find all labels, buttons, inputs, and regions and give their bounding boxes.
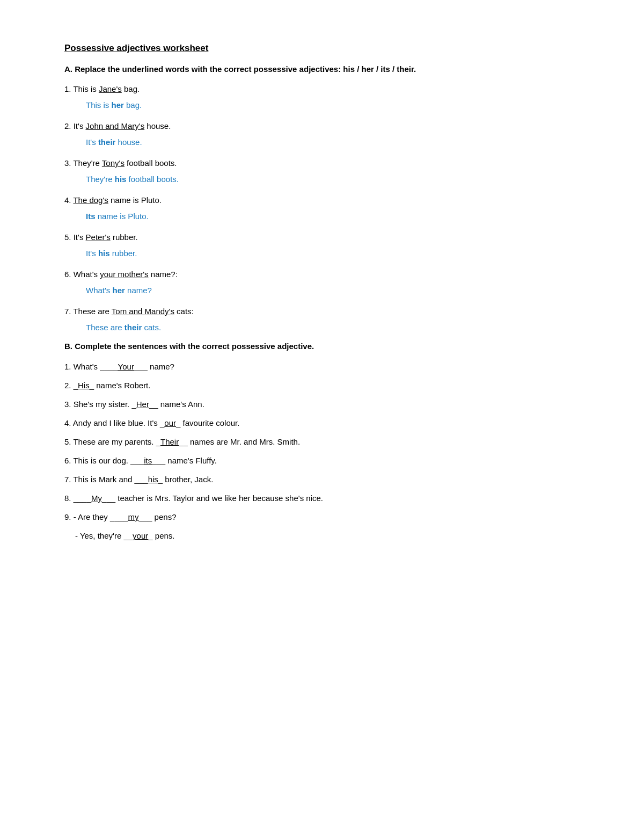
worksheet-title: Possessive adjectives worksheet	[64, 43, 580, 54]
b5-text: 5. These are my parents. _Their__ names …	[64, 437, 300, 446]
question-a7: 7. These are Tom and Mandy's cats: These…	[64, 304, 580, 334]
answer-a3: They're his football boots.	[86, 172, 580, 186]
b9b-text: - Yes, they're __your_ pens.	[75, 531, 175, 540]
question-a6-text: 6. What's your mother's name?:	[64, 267, 580, 281]
question-a2-text: 2. It's John and Mary's house.	[64, 119, 580, 133]
question-a3-text: 3. They're Tony's football boots.	[64, 156, 580, 170]
b7-text: 7. This is Mark and ___his_ brother, Jac…	[64, 475, 213, 484]
q3-number: 3. They're Tony's football boots.	[64, 158, 177, 168]
b-question-4: 4. Andy and I like blue. It's _our_ favo…	[64, 416, 580, 430]
question-a2: 2. It's John and Mary's house. It's thei…	[64, 119, 580, 149]
question-a5: 5. It's Peter's rubber. It's his rubber.	[64, 230, 580, 260]
q4-number: 4. The dog's name is Pluto.	[64, 195, 162, 205]
b4-text: 4. Andy and I like blue. It's _our_ favo…	[64, 418, 239, 427]
q1-number: 1. This is Jane's bag.	[64, 84, 140, 93]
section-b-header: B. Complete the sentences with the corre…	[64, 342, 580, 351]
section-b: B. Complete the sentences with the corre…	[64, 342, 580, 543]
question-a4: 4. The dog's name is Pluto. Its name is …	[64, 193, 580, 223]
q6-number: 6. What's your mother's name?:	[64, 270, 178, 279]
answer-a5: It's his rubber.	[86, 246, 580, 260]
answer-a6: What's her name?	[86, 284, 580, 298]
answer-a7: These are their cats.	[86, 321, 580, 335]
b-question-5: 5. These are my parents. _Their__ names …	[64, 434, 580, 449]
b-question-8: 8. ____My___ teacher is Mrs. Taylor and …	[64, 491, 580, 505]
b-question-7: 7. This is Mark and ___his_ brother, Jac…	[64, 472, 580, 487]
q7-number: 7. These are Tom and Mandy's cats:	[64, 307, 194, 316]
b-question-9: 9. - Are they ____my___ pens?	[64, 510, 580, 524]
b-question-6: 6. This is our dog. ___its___ name's Flu…	[64, 453, 580, 468]
b2-text: 2. _His_ name's Robert.	[64, 381, 150, 390]
section-a: A. Replace the underlined words with the…	[64, 64, 580, 334]
question-a3: 3. They're Tony's football boots. They'r…	[64, 156, 580, 186]
b8-text: 8. ____My___ teacher is Mrs. Taylor and …	[64, 494, 323, 503]
b6-text: 6. This is our dog. ___its___ name's Flu…	[64, 456, 217, 465]
answer-a1: This is her bag.	[86, 98, 580, 112]
b-question-9b: - Yes, they're __your_ pens.	[75, 528, 580, 543]
b3-text: 3. She's my sister. _Her__ name's Ann.	[64, 400, 204, 409]
section-a-header: A. Replace the underlined words with the…	[64, 64, 580, 74]
answer-a2: It's their house.	[86, 135, 580, 149]
b-question-2: 2. _His_ name's Robert.	[64, 378, 580, 393]
q2-number: 2. It's John and Mary's house.	[64, 121, 171, 130]
question-a7-text: 7. These are Tom and Mandy's cats:	[64, 304, 580, 318]
question-a1-text: 1. This is Jane's bag.	[64, 82, 580, 96]
answer-a4: Its name is Pluto.	[86, 209, 580, 223]
b9-text: 9. - Are they ____my___ pens?	[64, 512, 177, 521]
q5-number: 5. It's Peter's rubber.	[64, 233, 138, 242]
b1-text: 1. What's ____Your___ name?	[64, 362, 174, 371]
question-a5-text: 5. It's Peter's rubber.	[64, 230, 580, 244]
b-question-1: 1. What's ____Your___ name?	[64, 359, 580, 374]
question-a6: 6. What's your mother's name?: What's he…	[64, 267, 580, 297]
question-a4-text: 4. The dog's name is Pluto.	[64, 193, 580, 207]
question-a1: 1. This is Jane's bag. This is her bag.	[64, 82, 580, 112]
b-question-3: 3. She's my sister. _Her__ name's Ann.	[64, 397, 580, 411]
